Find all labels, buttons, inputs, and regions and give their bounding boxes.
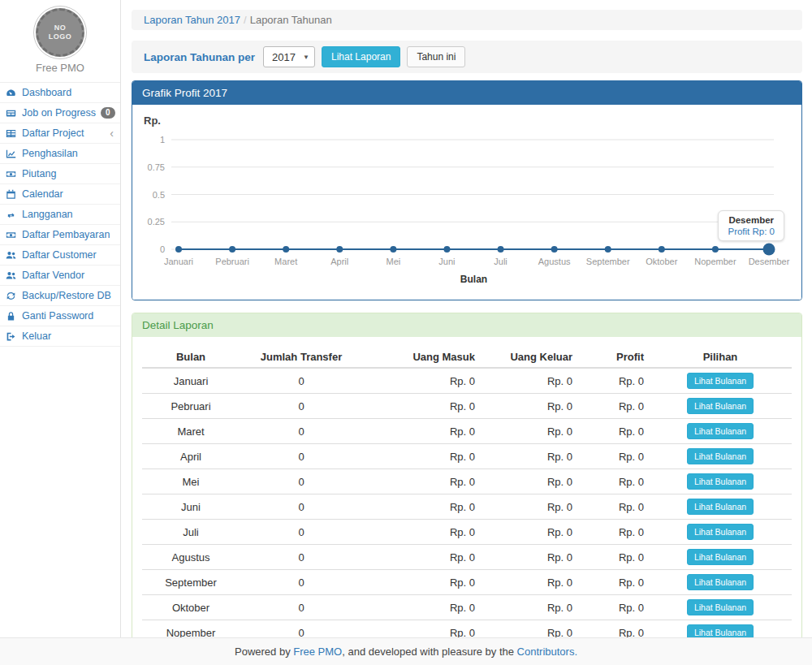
table-row: Mei0Rp. 0Rp. 0Rp. 0Lihat Bulanan (142, 469, 792, 494)
cell-uang-keluar: Rp. 0 (480, 419, 577, 444)
sidebar-item-piutang[interactable]: Piutang (0, 164, 120, 184)
sidebar-item-label: Job on Progress (22, 107, 96, 119)
lihat-laporan-button[interactable]: Lihat Laporan (322, 46, 400, 67)
sidebar-item-label: Daftar Pembayaran (22, 229, 110, 240)
lihat-bulanan-button[interactable]: Lihat Bulanan (687, 549, 754, 565)
sidebar-item-calendar[interactable]: Calendar (0, 184, 120, 205)
table-icon (6, 128, 17, 139)
sidebar-item-langganan[interactable]: Langganan (0, 205, 120, 225)
report-table-body: Januari0Rp. 0Rp. 0Rp. 0Lihat BulananPebr… (142, 368, 792, 665)
cell-uang-keluar: Rp. 0 (480, 595, 577, 620)
data-point[interactable] (605, 246, 611, 253)
chart-panel-body: Rp. 00.250.50.751JanuariPebruariMaretApr… (132, 105, 801, 300)
sidebar-item-daftar-pembayaran[interactable]: Daftar Pembayaran (0, 225, 120, 245)
cell-profit: Rp. 0 (577, 444, 649, 469)
lihat-bulanan-button[interactable]: Lihat Bulanan (687, 524, 754, 540)
sidebar-item-backup-restore-db[interactable]: Backup/Restore DB (0, 286, 120, 306)
cell-jumlah-transfer: 0 (240, 444, 363, 469)
calendar-icon (6, 189, 17, 200)
cell-uang-keluar: Rp. 0 (480, 469, 577, 494)
cell-jumlah-transfer: 0 (240, 595, 363, 620)
data-point[interactable] (229, 246, 235, 253)
data-point-highlighted[interactable] (763, 244, 775, 256)
contributors-link[interactable]: Contributors. (517, 646, 577, 658)
breadcrumb-separator: / (240, 14, 250, 26)
report-table-head: BulanJumlah TransferUang MasukUang Kelua… (142, 347, 792, 368)
footer-text: Powered by Free PMO, and developed with … (235, 646, 577, 658)
cell-pilihan: Lihat Bulanan (649, 595, 792, 620)
y-tick-label: 0.25 (148, 217, 165, 227)
sidebar-item-keluar[interactable]: Keluar (0, 326, 120, 347)
page: NO LOGO Free PMO DashboardJob on Progres… (0, 0, 812, 665)
free-pmo-link[interactable]: Free PMO (293, 646, 342, 658)
cell-profit: Rp. 0 (577, 368, 649, 394)
lihat-bulanan-button[interactable]: Lihat Bulanan (687, 599, 754, 615)
sidebar-item-daftar-vendor[interactable]: Daftar Vendor (0, 266, 120, 286)
cell-uang-keluar: Rp. 0 (480, 394, 577, 419)
chart-panel-title: Grafik Profit 2017 (132, 81, 801, 105)
year-select[interactable]: 2017 ▼ (263, 46, 315, 67)
detail-panel-title: Detail Laporan (132, 313, 801, 337)
cell-uang-masuk: Rp. 0 (363, 469, 480, 494)
cell-profit: Rp. 0 (577, 394, 649, 419)
y-tick-label: 1 (160, 135, 165, 145)
data-point[interactable] (443, 246, 450, 253)
cell-jumlah-transfer: 0 (240, 368, 363, 394)
cell-jumlah-transfer: 0 (240, 469, 363, 494)
data-point[interactable] (283, 246, 289, 253)
cell-bulan: Agustus (142, 545, 240, 570)
money-icon (6, 230, 17, 240)
data-point[interactable] (659, 246, 665, 253)
chevron-left-icon: ‹ (110, 129, 114, 137)
column-header-uang-keluar: Uang Keluar (480, 347, 577, 368)
breadcrumb-link-laporan-tahun[interactable]: Laporan Tahun 2017 (144, 14, 240, 26)
data-point[interactable] (336, 246, 343, 253)
detail-panel-body: BulanJumlah TransferUang MasukUang Kelua… (132, 337, 801, 665)
tooltip-title: Desember (728, 215, 775, 225)
logo-section: NO LOGO Free PMO (0, 0, 120, 83)
sidebar-item-ganti-password[interactable]: Ganti Password (0, 306, 120, 326)
sidebar: NO LOGO Free PMO DashboardJob on Progres… (0, 0, 121, 665)
filter-label: Laporan Tahunan per (144, 51, 255, 63)
sidebar-item-penghasilan[interactable]: Penghasilan (0, 144, 120, 164)
x-tick-label: Agustus (538, 257, 571, 266)
y-tick-label: 0.5 (153, 190, 165, 200)
cell-jumlah-transfer: 0 (240, 494, 363, 520)
lihat-bulanan-button[interactable]: Lihat Bulanan (687, 499, 754, 515)
cell-bulan: Juni (142, 494, 240, 520)
data-point[interactable] (175, 246, 182, 253)
tahun-ini-button[interactable]: Tahun ini (407, 46, 465, 67)
data-point[interactable] (498, 246, 504, 253)
year-select-value: 2017 (272, 51, 296, 63)
cell-pilihan: Lihat Bulanan (649, 368, 792, 394)
cell-uang-masuk: Rp. 0 (363, 368, 480, 394)
data-point[interactable] (712, 246, 719, 253)
table-row: Agustus0Rp. 0Rp. 0Rp. 0Lihat Bulanan (142, 545, 792, 570)
sidebar-item-daftar-project[interactable]: Daftar Project‹ (0, 123, 120, 144)
sidebar-item-label: Ganti Password (22, 310, 93, 322)
cell-uang-masuk: Rp. 0 (363, 444, 480, 469)
data-point[interactable] (551, 246, 558, 253)
chart-svg: 00.250.50.751JanuariPebruariMaretAprilMe… (142, 127, 793, 291)
dashboard-icon (6, 88, 17, 98)
cell-uang-keluar: Rp. 0 (480, 570, 577, 595)
x-tick-label: Oktober (646, 257, 677, 266)
logo-text-line2: LOGO (49, 32, 72, 41)
sidebar-item-dashboard[interactable]: Dashboard (0, 83, 120, 103)
data-point[interactable] (390, 246, 396, 253)
cell-bulan: September (142, 570, 240, 595)
lihat-bulanan-button[interactable]: Lihat Bulanan (687, 398, 754, 414)
lihat-bulanan-button[interactable]: Lihat Bulanan (687, 373, 754, 389)
sidebar-item-job-on-progress[interactable]: Job on Progress0 (0, 103, 120, 123)
page-footer: Powered by Free PMO, and developed with … (0, 637, 812, 665)
sidebar-item-label: Calendar (22, 188, 63, 200)
cell-jumlah-transfer: 0 (240, 545, 363, 570)
cell-uang-masuk: Rp. 0 (363, 494, 480, 520)
lihat-bulanan-button[interactable]: Lihat Bulanan (687, 423, 754, 439)
lihat-bulanan-button[interactable]: Lihat Bulanan (687, 448, 754, 464)
cell-uang-masuk: Rp. 0 (363, 394, 480, 419)
lihat-bulanan-button[interactable]: Lihat Bulanan (687, 473, 754, 490)
lihat-bulanan-button[interactable]: Lihat Bulanan (687, 574, 754, 590)
sidebar-item-daftar-customer[interactable]: Daftar Customer (0, 245, 120, 266)
table-row: Januari0Rp. 0Rp. 0Rp. 0Lihat Bulanan (142, 368, 792, 394)
